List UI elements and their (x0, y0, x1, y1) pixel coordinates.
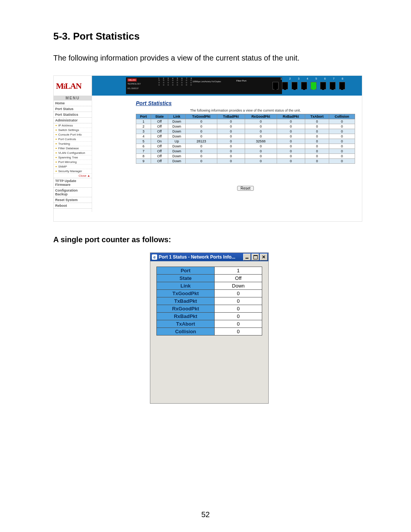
sidebar-item[interactable]: TFTP Update Firmware (54, 178, 92, 188)
window-title: Port 1 Status - Network Ports Info... (159, 254, 235, 260)
cell: 0 (305, 144, 329, 149)
cell: Off (151, 134, 168, 139)
cell: 0 (329, 124, 355, 129)
table-row[interactable]: 1OffDown000000 (136, 119, 355, 124)
sidebar-item[interactable]: Reboot (54, 203, 92, 209)
port-number: 2 (287, 77, 293, 80)
col-header: RxBadPkt (277, 114, 305, 119)
port-number: 3 (296, 77, 301, 80)
detail-row: TxBadPkt0 (157, 297, 262, 305)
rj45-port[interactable] (301, 82, 307, 89)
rj45-port[interactable] (339, 82, 345, 89)
admin-screenshot: MiLAN MiLAN TECHNOLOGY MIL-SM801P 1 2 3 … (53, 75, 362, 222)
menu-header: MENU (54, 96, 92, 101)
cell: 0 (329, 149, 355, 154)
col-header: RxGoodPkt (245, 114, 277, 119)
cell: Off (151, 154, 168, 159)
port-number: 7 (331, 77, 336, 80)
table-row[interactable]: 2OffDown000000 (136, 124, 355, 129)
cell: 0 (329, 119, 355, 124)
cell: 0 (329, 154, 355, 159)
cell: 0 (277, 124, 305, 129)
detail-value: 0 (215, 313, 262, 320)
table-row[interactable]: 6OffDown000000 (136, 144, 355, 149)
table-row[interactable]: 8OffDown000000 (136, 154, 355, 159)
rj45-port[interactable] (282, 82, 288, 89)
detail-value: 0 (215, 290, 262, 297)
cell: 0 (245, 154, 277, 159)
sidebar-sub-item[interactable]: Port Mirroring (54, 160, 92, 165)
close-button[interactable]: ✕ (260, 254, 268, 260)
sidebar-sub-item[interactable]: Console Port Info (54, 133, 92, 137)
switch-model: MIL-SM801P (127, 87, 139, 89)
detail-value: 0 (215, 297, 262, 305)
detail-value: Down (215, 282, 262, 290)
detail-value: Off (215, 275, 262, 282)
cell: 1 (136, 119, 151, 124)
cell: 4 (136, 134, 151, 139)
menu-close[interactable]: Close ▲ (54, 174, 92, 178)
sidebar-sub-item[interactable]: Spanning Tree (54, 155, 92, 160)
col-header: State (151, 114, 168, 119)
rj45-port[interactable] (320, 82, 326, 89)
port-number: 8 (340, 77, 345, 80)
sidebar-sub-item[interactable]: Switch Settings (54, 128, 92, 133)
cell: 0 (217, 159, 245, 164)
cell: Off (151, 129, 168, 134)
detail-label: TxGoodPkt (157, 290, 215, 297)
detail-row: Port1 (157, 267, 262, 275)
port-number: 4 (305, 77, 310, 80)
sidebar-sub-item[interactable]: Filter Database (54, 146, 92, 151)
arrow-up-icon: ▲ (87, 174, 90, 177)
detail-value: 0 (215, 320, 262, 328)
cell: 0 (329, 129, 355, 134)
sidebar-item[interactable]: Port Status (54, 106, 92, 112)
cell: 0 (186, 154, 217, 159)
maximize-button[interactable] (252, 254, 259, 260)
table-row[interactable]: 3OffDown000000 (136, 129, 355, 134)
sub-heading: A single port counter as follows: (53, 235, 365, 244)
cell: 0 (217, 134, 245, 139)
sidebar-sub-item[interactable]: Trunking (54, 142, 92, 146)
cell: 0 (245, 134, 277, 139)
cell: 0 (245, 159, 277, 164)
sidebar-sub-item[interactable]: VLAN Configuration (54, 151, 92, 155)
table-row[interactable]: 9OffDown000000 (136, 159, 355, 164)
sidebar-item[interactable]: Port Statistics (54, 112, 92, 118)
cell: Off (151, 149, 168, 154)
cell: 0 (305, 124, 329, 129)
cell: 0 (329, 144, 355, 149)
milan-logo: MiLAN (56, 81, 81, 91)
detail-row: RxGoodPkt0 (157, 305, 262, 313)
table-row[interactable]: 7OffDown000000 (136, 149, 355, 154)
cell: On (151, 139, 168, 144)
sidebar-item[interactable]: Administrator (54, 118, 92, 123)
cell: 0 (217, 129, 245, 134)
port-statistics-table: PortStateLinkTxGoodPktTxBadPktRxGoodPktR… (136, 114, 355, 164)
sidebar-item[interactable]: Configuration Backup (54, 188, 92, 197)
rj45-port[interactable] (292, 82, 298, 89)
cell: 0 (245, 124, 277, 129)
sidebar-sub-item[interactable]: SNMP (54, 165, 92, 169)
rj45-ports (272, 82, 345, 89)
cell: 0 (186, 144, 217, 149)
cell: 0 (277, 149, 305, 154)
rj45-port[interactable] (311, 82, 317, 89)
table-row[interactable]: 5OnUp28123032588000 (136, 139, 355, 144)
minimize-button[interactable] (243, 254, 251, 260)
sidebar-item[interactable]: Reset System (54, 197, 92, 203)
section-intro: The following information provides a vie… (53, 53, 365, 63)
content-panel: Port Statistics The following informatio… (92, 96, 362, 221)
reset-button[interactable]: Reset (237, 186, 254, 191)
rj45-port[interactable] (330, 82, 336, 89)
cell: 5 (136, 139, 151, 144)
sidebar-item[interactable]: Home (54, 101, 92, 106)
sidebar-sub-item[interactable]: IP Address (54, 123, 92, 128)
cell: 0 (277, 159, 305, 164)
cell: 0 (305, 119, 329, 124)
rj45-port[interactable] (272, 82, 279, 89)
table-row[interactable]: 4OffDown000000 (136, 134, 355, 139)
page-intro: The following information provides a vie… (136, 109, 355, 112)
sidebar-sub-item[interactable]: Security Manager (54, 169, 92, 174)
sidebar-sub-item[interactable]: Port Controls (54, 137, 92, 142)
